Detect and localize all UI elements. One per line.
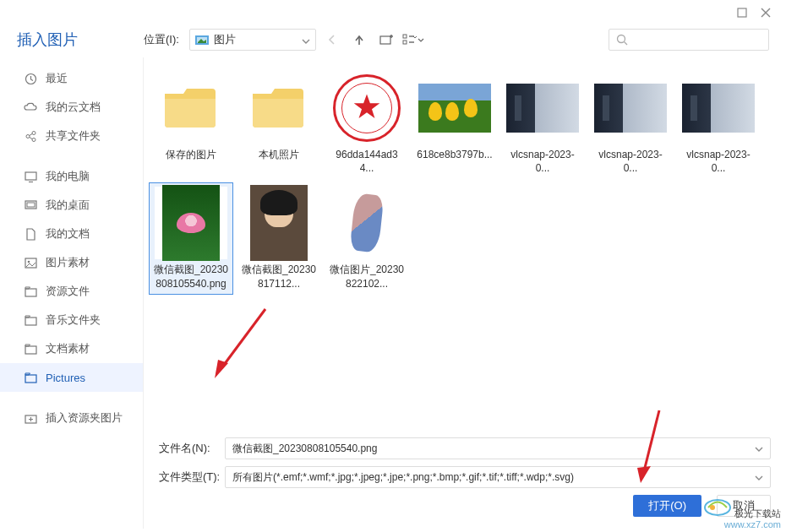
svg-rect-30 [25, 346, 36, 354]
sidebar-item-image-material[interactable]: 图片素材 [0, 248, 143, 277]
svg-rect-31 [25, 375, 36, 383]
svg-rect-28 [25, 289, 36, 296]
image-thumbnail [418, 72, 491, 144]
file-item-image[interactable]: vlcsnap-2023-0... [588, 68, 673, 179]
insert-resource-icon [24, 411, 37, 425]
search-input[interactable] [609, 29, 769, 51]
svg-rect-11 [403, 41, 407, 44]
sidebar-item-label: 资源文件 [46, 284, 90, 299]
document-icon [24, 227, 37, 241]
sidebar-item-label: 共享文件夹 [46, 128, 101, 144]
svg-marker-35 [354, 95, 380, 119]
sidebar-item-share[interactable]: 共享文件夹 [0, 122, 143, 150]
file-item-image[interactable]: 618ce8b3797b... [412, 68, 497, 179]
chevron-down-icon [302, 34, 310, 46]
filetype-value: 所有图片(*.emf;*.wmf;*.jpg;*.jpeg;*.jpe;*.pn… [232, 470, 574, 485]
svg-rect-25 [27, 203, 35, 207]
svg-line-20 [29, 133, 32, 135]
svg-point-14 [618, 35, 625, 43]
filetype-label: 文件类型(T): [159, 470, 225, 485]
image-thumbnail [243, 187, 315, 259]
svg-rect-29 [25, 318, 36, 325]
svg-point-27 [27, 260, 30, 263]
file-item-image[interactable]: 微信截图_2023081711​2... [237, 182, 321, 294]
desktop-icon [24, 198, 37, 212]
sidebar-item-resource[interactable]: 资源文件 [0, 277, 143, 306]
chevron-down-icon [755, 442, 763, 454]
cloud-icon [24, 100, 37, 114]
filetype-combo[interactable]: 所有图片(*.emf;*.wmf;*.jpg;*.jpeg;*.jpe;*.pn… [225, 466, 771, 488]
file-list[interactable]: 保存的图片 本机照片 96dda144ad34... 618ce8b3797b.… [144, 57, 786, 431]
location-value: 图片 [214, 32, 302, 47]
toolbar: 位置(I): 图片 [144, 29, 769, 51]
file-label: 96dda144ad34... [329, 148, 405, 175]
file-label: vlcsnap-2023-0... [680, 148, 756, 175]
file-item-folder[interactable]: 本机照片 [237, 68, 321, 179]
svg-point-17 [26, 134, 30, 138]
content-area: 保存的图片 本机照片 96dda144ad34... 618ce8b3797b.… [144, 57, 786, 529]
monitor-icon [24, 170, 37, 183]
sidebar-item-label: 图片素材 [46, 255, 90, 270]
sidebar-item-insert-resource[interactable]: 插入资源夹图片 [0, 404, 143, 432]
sidebar-item-computer[interactable]: 我的电脑 [0, 162, 143, 191]
sidebar-item-label: 最近 [46, 71, 68, 86]
location-combo[interactable]: 图片 [189, 29, 316, 51]
file-label: 保存的图片 [166, 148, 216, 161]
pictures-icon [24, 371, 37, 384]
file-label: 微信图片_2023082210​2... [329, 263, 405, 290]
svg-line-21 [29, 137, 32, 138]
file-item-image[interactable]: 96dda144ad34... [325, 68, 409, 179]
resource-icon [24, 285, 37, 298]
sidebar-item-music[interactable]: 音乐文件夹 [0, 306, 143, 334]
search-icon [616, 34, 628, 46]
folder-icon [243, 72, 315, 144]
file-item-image[interactable]: vlcsnap-2023-0... [676, 68, 761, 179]
sidebar-item-label: 我的云文档 [46, 100, 101, 115]
sidebar-item-desktop[interactable]: 我的桌面 [0, 191, 143, 220]
cancel-button[interactable]: 取消 [717, 495, 771, 517]
sidebar-item-pictures[interactable]: Pictures [0, 363, 143, 392]
sidebar-item-label: 我的电脑 [46, 169, 90, 184]
stamp-icon [330, 72, 403, 144]
filename-input[interactable]: 微信截图_20230808105540.png [225, 437, 771, 459]
share-icon [24, 129, 37, 143]
svg-rect-10 [403, 35, 407, 38]
filename-value: 微信截图_20230808105540.png [232, 442, 377, 456]
window-controls [0, 0, 786, 25]
file-label: 618ce8b3797b... [417, 148, 492, 161]
image-thumbnail [506, 72, 579, 144]
svg-rect-22 [25, 172, 36, 180]
file-item-folder[interactable]: 保存的图片 [149, 68, 233, 179]
file-item-image-selected[interactable]: 微信截图_20230808105540.png [149, 182, 233, 294]
picture-folder-icon [195, 34, 209, 46]
back-button[interactable] [321, 29, 343, 51]
sidebar-item-doc-material[interactable]: 文档素材 [0, 334, 143, 363]
svg-point-18 [32, 131, 35, 134]
folder-icon [155, 72, 227, 144]
file-label: 本机照片 [259, 148, 299, 161]
image-thumbnail [155, 187, 227, 259]
sidebar-item-documents[interactable]: 我的文档 [0, 220, 143, 248]
close-button[interactable] [754, 3, 778, 22]
sidebar-item-label: 插入资源夹图片 [46, 410, 123, 426]
sidebar-item-recent[interactable]: 最近 [0, 64, 143, 93]
sidebar-item-cloud[interactable]: 我的云文档 [0, 93, 143, 122]
file-item-image[interactable]: vlcsnap-2023-0... [500, 68, 585, 179]
image-thumbnail [330, 187, 403, 259]
dialog-title: 插入图片 [17, 30, 144, 50]
maximize-button[interactable] [730, 3, 754, 22]
svg-rect-0 [738, 8, 746, 17]
file-label: vlcsnap-2023-0... [505, 148, 581, 175]
svg-point-19 [32, 138, 35, 141]
up-button[interactable] [348, 29, 370, 51]
clock-icon [24, 72, 37, 85]
svg-rect-7 [380, 36, 390, 44]
file-label: 微信截图_20230808105540.png [153, 263, 229, 290]
file-item-image[interactable]: 微信图片_2023082210​2... [325, 182, 409, 294]
view-mode-button[interactable] [402, 29, 424, 51]
sidebar-item-label: 我的文档 [46, 226, 90, 242]
new-folder-button[interactable] [375, 29, 397, 51]
chevron-down-icon [755, 471, 763, 483]
image-icon [24, 256, 37, 269]
open-button[interactable]: 打开(O) [633, 495, 701, 517]
